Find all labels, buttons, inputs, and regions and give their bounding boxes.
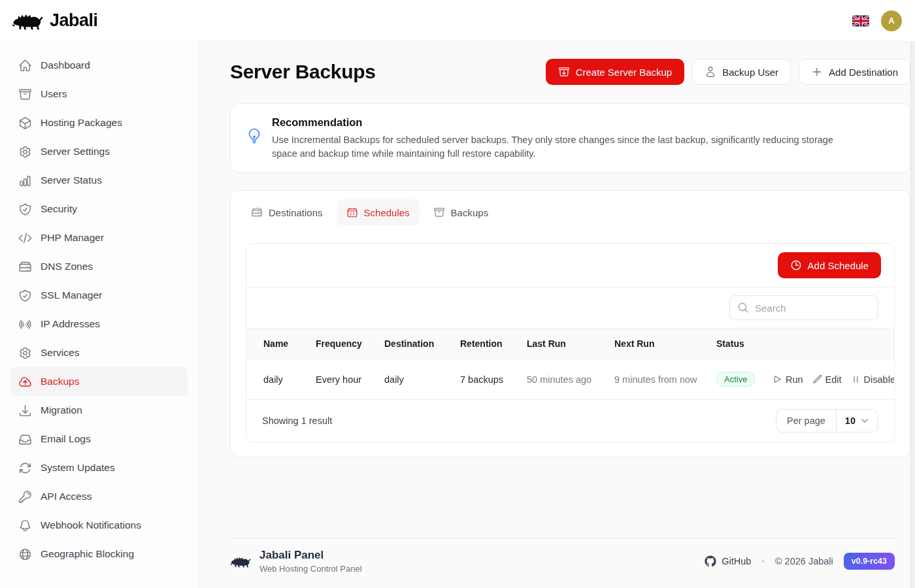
sidebar-item-label: SSL Manager [41, 289, 102, 301]
recommendation-title: Recommendation [272, 116, 860, 129]
cell-retention: 7 backups [452, 359, 519, 400]
github-label: GitHub [722, 556, 751, 566]
sidebar-item-label: Dashboard [41, 59, 90, 71]
column-header-retention: Retention [452, 329, 519, 359]
sidebar-item-label: Server Status [41, 174, 102, 186]
copyright-text: © 2026 Jabali [775, 556, 833, 566]
sidebar-item-api-access[interactable]: API Access [10, 482, 188, 511]
sidebar-item-backups[interactable]: Backups [10, 367, 188, 396]
table-row: daily Every hour daily 7 backups 50 minu… [246, 359, 895, 400]
sidebar-item-label: PHP Manager [41, 232, 104, 244]
tab-label: Backups [451, 207, 489, 218]
top-header: Jabali A [0, 0, 915, 42]
app-logo[interactable]: Jabali [12, 10, 98, 32]
add-destination-button[interactable]: Add Destination [799, 59, 910, 85]
user-icon [705, 66, 716, 78]
sidebar-item-webhook-notifications[interactable]: Webhook Notifications [10, 511, 188, 540]
app-brand-name: Jabali [50, 10, 98, 31]
create-server-backup-button[interactable]: Create Server Backup [546, 59, 685, 85]
sidebar-item-geographic-blocking[interactable]: Geographic Blocking [10, 540, 188, 568]
sidebar-item-label: IP Addresses [41, 318, 100, 330]
sidebar-item-label: Server Settings [41, 146, 110, 157]
sidebar-item-services[interactable]: Services [10, 338, 188, 367]
sidebar-item-system-updates[interactable]: System Updates [10, 453, 188, 482]
sidebar-item-dns-zones[interactable]: DNS Zones [10, 252, 188, 281]
add-schedule-button[interactable]: Add Schedule [778, 252, 881, 278]
cell-destination: daily [376, 359, 452, 400]
recommendation-card: Recommendation Use Incremental Backups f… [230, 103, 910, 173]
download-tray-icon [18, 404, 32, 417]
create-server-backup-label: Create Server Backup [576, 67, 673, 78]
shield-check-icon [18, 203, 32, 216]
sidebar-item-ip-addresses[interactable]: IP Addresses [10, 310, 188, 338]
code-icon [18, 231, 32, 245]
backups-panel-card: Destinations Schedules Backups Add Sched… [230, 190, 910, 457]
sidebar-item-label: API Access [41, 491, 92, 502]
status-badge: Active [716, 372, 755, 387]
sidebar-item-server-settings[interactable]: Server Settings [10, 137, 188, 166]
sidebar-item-php-manager[interactable]: PHP Manager [10, 223, 188, 252]
run-action-label: Run [786, 374, 803, 385]
run-action-button[interactable]: Run [773, 374, 803, 385]
sidebar-item-hosting-packages[interactable]: Hosting Packages [10, 108, 188, 137]
tab-label: Destinations [269, 207, 323, 218]
gear-icon [18, 145, 32, 159]
language-flag-icon[interactable] [852, 15, 869, 27]
backup-user-button[interactable]: Backup User [692, 59, 791, 85]
chevron-down-icon [860, 416, 869, 425]
shield-check-icon [18, 289, 32, 302]
tab-bar: Destinations Schedules Backups [231, 191, 910, 234]
column-header-status: Status [708, 329, 763, 359]
lightbulb-icon [246, 128, 262, 144]
recommendation-body: Use Incremental Backups for scheduled se… [272, 133, 860, 160]
sidebar-item-label: Hosting Packages [41, 117, 122, 129]
globe-icon [18, 547, 32, 561]
sidebar-item-label: Security [41, 203, 77, 215]
cell-last-run: 50 minutes ago [519, 359, 607, 400]
sidebar-item-security[interactable]: Security [10, 195, 188, 223]
search-input[interactable] [729, 295, 878, 320]
scrollbar-track[interactable] [910, 42, 915, 588]
page-title: Server Backups [230, 61, 376, 83]
sidebar-item-label: Webhook Notifications [41, 519, 141, 531]
add-destination-label: Add Destination [829, 67, 898, 78]
github-icon [705, 555, 716, 567]
sidebar-item-users[interactable]: Users [10, 80, 188, 108]
cube-icon [18, 116, 32, 130]
home-icon [18, 59, 32, 73]
version-badge: v0.9-rc43 [844, 553, 895, 570]
table-header-row: Name Frequency Destination Retention Las… [246, 329, 895, 359]
tab-schedules[interactable]: Schedules [337, 199, 420, 225]
sidebar-item-email-logs[interactable]: Email Logs [10, 425, 188, 453]
pencil-icon [812, 374, 822, 384]
sidebar-item-migration[interactable]: Migration [10, 396, 188, 425]
user-avatar[interactable]: A [881, 10, 902, 31]
bar-chart-icon [18, 174, 32, 188]
inbox-icon [18, 433, 32, 446]
sidebar-item-label: Email Logs [41, 433, 91, 445]
disable-action-button[interactable]: Disable [851, 374, 895, 385]
schedules-table: Name Frequency Destination Retention Las… [246, 328, 895, 399]
page-footer: Jabali Panel Web Hosting Control Panel G… [230, 538, 895, 588]
sidebar-item-dashboard[interactable]: Dashboard [10, 51, 188, 80]
tab-destinations[interactable]: Destinations [241, 199, 333, 225]
archive-box-icon [433, 206, 445, 218]
boar-logo-icon [230, 554, 251, 569]
per-page-label: Per page [776, 410, 837, 432]
dot-separator: • [761, 557, 765, 566]
add-schedule-label: Add Schedule [808, 260, 869, 271]
sidebar-item-label: Users [41, 88, 67, 100]
disable-action-label: Disable [864, 374, 895, 385]
per-page-selector[interactable]: Per page 10 [776, 409, 878, 433]
edit-action-button[interactable]: Edit [812, 374, 842, 385]
sidebar-item-server-status[interactable]: Server Status [10, 166, 188, 195]
edit-action-label: Edit [825, 374, 842, 385]
sidebar-item-label: Backups [41, 376, 79, 387]
key-icon [18, 490, 32, 504]
boar-logo-icon [12, 10, 43, 32]
tab-backups[interactable]: Backups [424, 199, 499, 225]
github-link[interactable]: GitHub [705, 555, 751, 567]
main-content: Server Backups Create Server Backup Back… [199, 42, 910, 588]
sidebar-item-ssl-manager[interactable]: SSL Manager [10, 281, 188, 310]
footer-brand: Jabali Panel [259, 549, 362, 562]
